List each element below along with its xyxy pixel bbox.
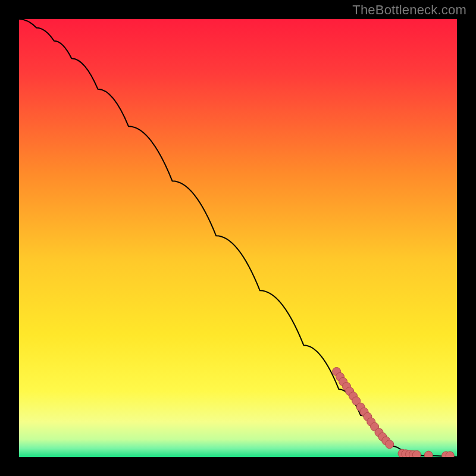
data-point [446,452,454,457]
plot-area [19,19,457,457]
data-point [386,440,394,449]
data-point [424,451,433,457]
data-point [412,450,421,457]
attribution-label: TheBottleneck.com [352,2,466,18]
chart-container: TheBottleneck.com [0,0,476,476]
gradient-background [19,19,457,457]
